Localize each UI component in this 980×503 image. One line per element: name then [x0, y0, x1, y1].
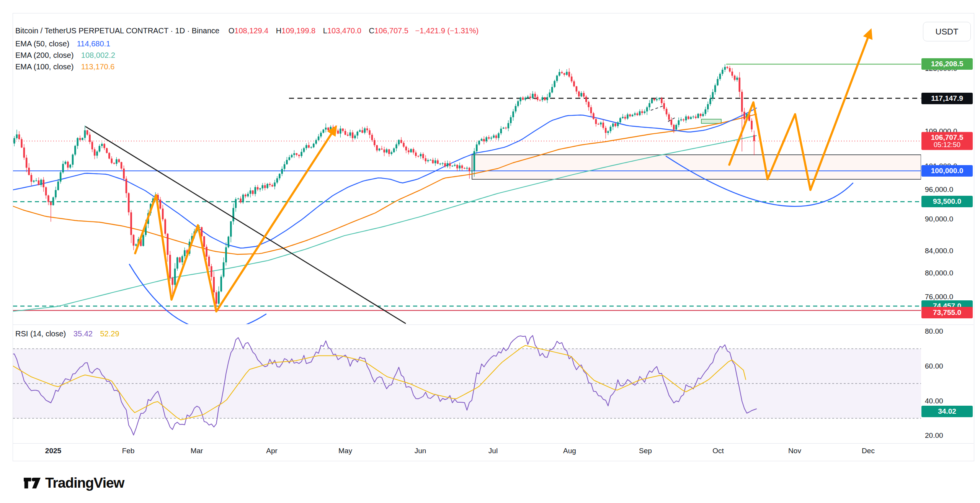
- price-tick-80000: 80,000.0: [925, 269, 953, 277]
- rsi-tick-40: 40.00: [925, 397, 943, 405]
- price-label-737550: 73,755.0: [921, 307, 973, 318]
- support-zone-box[interactable]: [472, 155, 921, 179]
- rsi-tick-60: 60.00: [925, 362, 943, 370]
- legend-rsi[interactable]: RSI (14, close) 35.42 52.29: [15, 329, 119, 338]
- rsi-label-3402: 34.02: [921, 406, 973, 417]
- ema100-value: 113,170.6: [81, 62, 115, 71]
- symbol-header[interactable]: Bitcoin / TetherUS PERPETUAL CONTRACT · …: [15, 26, 479, 35]
- legend-ema50[interactable]: EMA (50, close) 114,680.1: [15, 39, 110, 48]
- ema200-value: 108,002.2: [81, 51, 115, 59]
- tradingview-logo-icon: [24, 475, 41, 491]
- candle-bodies-up: [6, 67, 748, 304]
- candle-wicks-down: [5, 66, 754, 308]
- price-label-1171479: 117,147.9: [921, 93, 973, 104]
- time-label-2025: 2025: [45, 447, 61, 455]
- time-label-Mar: Mar: [191, 447, 203, 455]
- ema-100-line: [5, 114, 756, 254]
- rsi-ma-value: 52.29: [100, 329, 119, 338]
- rsi-band: [13, 349, 921, 418]
- ema50-value: 114,680.1: [77, 39, 111, 48]
- price-tick-76000: 76,000.0: [925, 293, 953, 301]
- descending-trendline[interactable]: [85, 126, 406, 324]
- ohlc-open: O108,129.4: [229, 26, 269, 35]
- tradingview-logo-text: TradingView: [45, 475, 124, 491]
- chart-window: Bitcoin / TetherUS PERPETUAL CONTRACT · …: [0, 0, 980, 503]
- rsi-value: 35.42: [74, 329, 93, 338]
- ohlc-low: L103,470.0: [323, 26, 361, 35]
- price-label-1262085: 126,208.5: [921, 58, 973, 70]
- price-pane[interactable]: [4, 32, 921, 331]
- symbol-title: Bitcoin / TetherUS PERPETUAL CONTRACT · …: [15, 26, 219, 35]
- order-block-box[interactable]: [701, 119, 721, 123]
- time-label-Apr: Apr: [266, 447, 278, 455]
- ohlc-close: C106,707.5: [369, 26, 408, 35]
- rounding-arc-1[interactable]: [129, 264, 266, 331]
- change-value: −1,421.9 (−1.31%): [415, 26, 479, 35]
- tradingview-logo[interactable]: TradingView: [24, 475, 124, 491]
- price-label-935000: 93,500.0: [921, 196, 973, 207]
- rsi-tick-80: 80.00: [925, 327, 943, 336]
- legend-ema200[interactable]: EMA (200, close) 108,002.2: [15, 51, 115, 60]
- rsi-pane[interactable]: [5, 336, 921, 435]
- price-label-1067075: 106,707.505:12:50: [921, 132, 973, 150]
- currency-toggle-button[interactable]: USDT: [923, 22, 971, 41]
- price-tick-96000: 96,000.0: [925, 185, 953, 194]
- time-label-Dec: Dec: [862, 447, 875, 455]
- time-label-Aug: Aug: [563, 447, 576, 455]
- price-label-1000000: 100,000.0: [921, 165, 973, 177]
- time-label-Feb: Feb: [122, 447, 135, 455]
- time-label-Jul: Jul: [488, 447, 498, 455]
- time-label-Nov: Nov: [788, 447, 801, 455]
- time-label-May: May: [338, 447, 352, 455]
- legend-ema100[interactable]: EMA (100, close) 113,170.6: [15, 62, 114, 71]
- chart-canvas[interactable]: [0, 0, 980, 503]
- price-tick-84000: 84,000.0: [925, 247, 953, 255]
- price-tick-90000: 90,000.0: [925, 215, 953, 223]
- time-label-Jun: Jun: [415, 447, 426, 455]
- mini-trend-mark-1[interactable]: [651, 106, 664, 110]
- time-label-Sep: Sep: [639, 447, 652, 455]
- candle-wicks-up: [7, 64, 747, 305]
- rsi-tick-20: 20.00: [925, 431, 943, 440]
- time-label-Oct: Oct: [712, 447, 724, 455]
- ohlc-high: H109,199.8: [276, 26, 315, 35]
- candle-bodies-down: [4, 67, 755, 304]
